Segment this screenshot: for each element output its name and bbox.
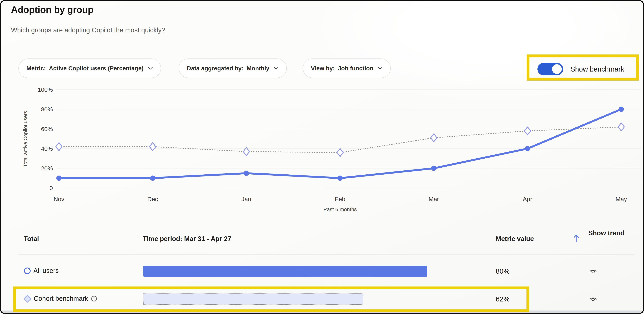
all-users-row-label: All users	[34, 267, 59, 274]
all-users-metric-value: 80%	[496, 267, 510, 275]
show-benchmark-label: Show benchmark	[570, 65, 624, 73]
svg-text:80%: 80%	[41, 106, 53, 113]
svg-text:Dec: Dec	[147, 196, 158, 202]
show-trend-eye-icon[interactable]	[589, 267, 598, 275]
toggle-knob	[552, 64, 562, 74]
show-trend-eye-icon[interactable]	[589, 294, 598, 303]
svg-text:Mar: Mar	[428, 196, 439, 202]
metric-bar	[143, 293, 363, 304]
svg-text:100%: 100%	[38, 86, 53, 93]
benchmark-row-label: Cohort benchmark	[34, 295, 88, 302]
info-icon[interactable]	[91, 295, 97, 302]
svg-text:Feb: Feb	[335, 196, 345, 202]
adoption-line-chart: 100%80%60%40%20%0NovDecJanFebMarAprMayPa…	[1, 1, 644, 220]
metric-bar	[143, 266, 427, 277]
show-benchmark-toggle[interactable]	[538, 63, 563, 75]
table-row-cohort-benchmark: Cohort benchmark	[24, 295, 97, 302]
svg-text:Jan: Jan	[242, 196, 251, 202]
adoption-by-group-panel: Adoption by group Which groups are adopt…	[0, 0, 644, 314]
y-axis-label: Total active Copilot users	[22, 99, 28, 179]
table-row-all-users: All users	[24, 267, 59, 274]
svg-text:0: 0	[50, 185, 53, 191]
table-header-divider	[18, 254, 634, 255]
svg-text:May: May	[616, 196, 627, 202]
table-header-total: Total	[24, 235, 39, 243]
table-header-metric-value: Metric value	[496, 235, 534, 243]
benchmark-metric-value: 62%	[496, 295, 510, 303]
svg-text:60%: 60%	[41, 126, 53, 132]
svg-text:Past 6 months: Past 6 months	[324, 206, 357, 212]
svg-text:40%: 40%	[41, 145, 53, 152]
svg-text:20%: 20%	[41, 165, 53, 172]
svg-text:Nov: Nov	[54, 196, 64, 202]
svg-text:Apr: Apr	[523, 196, 532, 202]
sort-ascending-icon[interactable]	[573, 234, 580, 243]
table-header-period: Time period: Mar 31 - Apr 27	[143, 235, 231, 243]
all-users-series-marker-icon	[24, 267, 30, 274]
bottom-edge-strip	[1, 310, 643, 313]
benchmark-series-marker-icon	[24, 295, 31, 302]
table-header-show-trend: Show trend	[588, 228, 630, 238]
